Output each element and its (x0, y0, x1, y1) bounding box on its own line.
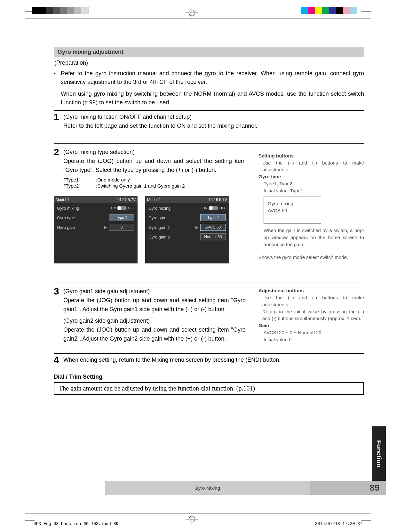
page-content: Gyro mixing adjustment (Preparation) -Re… (54, 47, 364, 494)
registration-marks-top (0, 4, 396, 17)
color-swatches (301, 7, 364, 14)
bullet-item: -Refer to the gyro instruction manual an… (54, 69, 364, 86)
step-text: When ending setting, return to the Mixin… (63, 357, 281, 363)
step-title: (Gyro mixing type selection) (63, 149, 135, 155)
step-title: (Gyro mixing function ON/OFF and channel… (63, 114, 192, 120)
play-icon: ▶ (195, 225, 198, 230)
page-number: 89 (363, 481, 386, 495)
gain-title: Gain (258, 322, 364, 329)
popup-preview: Gyro mixing AVCS:50 (264, 197, 321, 224)
screen-model: Model 1 (56, 197, 69, 202)
gain-value-button[interactable]: Normal 50 (200, 233, 226, 240)
device-screenshots: Model 1 14:27 5.7V Gyro mixing ONOFF Gyr… (54, 196, 246, 263)
setting-buttons-title: Setting buttons (258, 152, 364, 159)
dial-info-box: The gain amount can be adjusted by using… (54, 382, 364, 395)
adj-buttons-title: Adjustment buttons (258, 287, 364, 294)
screen-type2: Model 1 14:16 5.7V Gyro mixing ONOFF Gyr… (145, 196, 229, 263)
step-number: 1 (54, 112, 63, 122)
step-title: (Gyro gain2 side gain adjustment) (63, 318, 150, 324)
print-file-path: 4PX-Eng-08-Function-66-103.indd 89 (34, 521, 118, 526)
registration-cross-icon (186, 6, 198, 19)
screen-time: 14:16 5.7V (209, 197, 227, 202)
footer-title: Gyro Mixing (105, 481, 310, 495)
grayscale-swatches (32, 7, 95, 14)
adj-text: Return to the initial value by pressing … (262, 308, 364, 322)
gain-value-button[interactable]: AVCS 50 (200, 224, 226, 231)
screen-row-label: Gyro mixing (148, 206, 170, 211)
step-number: 2 (54, 147, 63, 157)
side-tab-function: Function (372, 426, 386, 481)
print-timestamp: 2014/07/18 17:20:37 (315, 521, 362, 526)
gain-range: AVCS120 ~ 0 ~ Normal120 (264, 329, 364, 336)
gain-value-button[interactable]: 0 (109, 224, 134, 231)
screen-type1: Model 1 14:27 5.7V Gyro mixing ONOFF Gyr… (54, 196, 138, 263)
step-title: (Gyro gain1 side gain adjustment) (63, 288, 150, 294)
crop-mark-icon (25, 12, 35, 21)
step-text: Operate the (JOG) button up and down and… (63, 326, 246, 343)
step-number: 3 (54, 286, 63, 296)
adj-text: Use the (+) and (-) buttons to make adju… (262, 294, 364, 308)
print-metadata: 4PX-Eng-08-Function-66-103.indd 89 2014/… (34, 521, 362, 526)
gyro-type-values: Type1, Type2 (264, 180, 364, 187)
screen-row-label: Gyro gain 1 (148, 225, 170, 230)
step-text: Operate the (JOG) button up and down and… (63, 296, 246, 314)
step-text: Operate the (JOG) button up and down and… (63, 157, 246, 175)
toggle-switch[interactable]: ONOFF (111, 206, 134, 210)
step-number: 4 (54, 355, 63, 365)
callout-line-icon (229, 241, 242, 241)
section-title: Gyro mixing adjustment (54, 47, 364, 57)
step-3: 3 (Gyro gain1 side gain adjustment) Oper… (54, 283, 364, 343)
screen-time: 14:27 5.7V (117, 197, 136, 202)
screen-row-label: Gyro gain (57, 225, 75, 230)
callout-line-icon (229, 259, 242, 259)
step-4: 4 When ending setting, return to the Mix… (54, 353, 364, 365)
play-icon: ▶ (104, 225, 107, 230)
gyro-type-initial: Initial value: Type1 (264, 187, 364, 194)
type-definitions: "Type1":One mode only "Type2":Switching … (64, 177, 246, 189)
toggle-switch[interactable]: ONOFF (202, 206, 226, 210)
bullet-item: -When using gyro mixing by switching bet… (54, 90, 364, 107)
step-1: 1 (Gyro mixing function ON/OFF and chann… (54, 110, 364, 131)
dial-heading: Dial / Trim Setting (54, 374, 364, 380)
gain-initial: Initial value:0 (264, 336, 364, 343)
callout-text: Shows the gyro mode select switch mode. (258, 254, 364, 261)
screen-row-label: Gyro type (148, 215, 166, 220)
step-text: Refer to the left page and set the funct… (63, 123, 257, 129)
screen-row-label: Gyro gain 2 (148, 235, 170, 239)
type-button[interactable]: Type 2 (200, 214, 226, 221)
preparation-label: (Preparation) (54, 59, 364, 67)
setting-buttons-text: Use the (+) and (-) buttons to make adju… (262, 159, 364, 173)
screen-row-label: Gyro type (57, 215, 75, 220)
step-2: 2 (Gyro mixing type selection) Operate t… (54, 143, 364, 264)
side-notes: Adjustment buttons -Use the (+) and (-) … (258, 287, 364, 343)
crop-mark-icon (361, 12, 371, 21)
page-footer: Gyro Mixing 89 (54, 481, 386, 495)
side-notes: Setting buttons -Use the (+) and (-) but… (258, 148, 364, 264)
screen-row-label: Gyro mixing (57, 206, 79, 211)
type-button[interactable]: Type 1 (109, 214, 134, 221)
gyro-type-title: Gyro tyoe (258, 173, 364, 180)
popup-note: When the gain is switched by a switch, a… (264, 227, 364, 248)
screen-model: Model 1 (147, 197, 161, 202)
